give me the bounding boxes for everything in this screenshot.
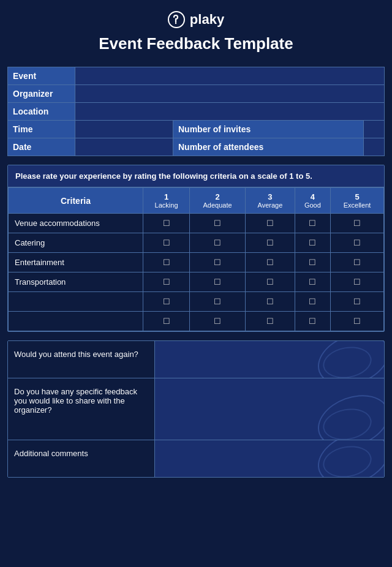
feedback-row-2: Do you have any specific feedback you wo… bbox=[8, 378, 384, 440]
rating-row: Venue accommodations☐☐☐☐☐ bbox=[9, 214, 384, 233]
attendees-value[interactable] bbox=[364, 138, 385, 156]
rating-row: ☐☐☐☐☐ bbox=[9, 292, 384, 312]
organizer-value[interactable] bbox=[75, 85, 385, 103]
checkbox-row3-col0[interactable]: ☐ bbox=[143, 272, 190, 292]
col-4-header: 4 Good bbox=[295, 188, 330, 214]
rating-row: ☐☐☐☐☐ bbox=[9, 312, 384, 331]
checkbox-row4-col0[interactable]: ☐ bbox=[143, 292, 190, 312]
checkbox-row3-col1[interactable]: ☐ bbox=[190, 272, 246, 292]
checkbox-row5-col4[interactable]: ☐ bbox=[330, 312, 383, 331]
rating-section: Please rate your experience by rating th… bbox=[7, 165, 385, 332]
rating-row-label-0: Venue accommodations bbox=[9, 214, 143, 233]
col-4-sub: Good bbox=[298, 201, 328, 209]
checkbox-row5-col2[interactable]: ☐ bbox=[246, 312, 295, 331]
rating-row: Entertainment☐☐☐☐☐ bbox=[9, 253, 384, 272]
col-3-header: 3 Average bbox=[246, 188, 295, 214]
checkbox-row0-col2[interactable]: ☐ bbox=[246, 214, 295, 233]
col-5-num: 5 bbox=[355, 192, 359, 201]
logo-text: plaky bbox=[190, 12, 224, 28]
svg-point-1 bbox=[175, 23, 176, 24]
feedback-question-3: Additional comments bbox=[8, 440, 155, 477]
rating-row-label-1: Catering bbox=[9, 233, 143, 253]
rating-row-label-5 bbox=[9, 312, 143, 331]
feedback-section: Would you attend this event again? Do yo… bbox=[7, 340, 385, 478]
checkbox-row1-col4[interactable]: ☐ bbox=[330, 233, 383, 253]
checkbox-row2-col1[interactable]: ☐ bbox=[190, 253, 246, 272]
organizer-label: Organizer bbox=[8, 85, 75, 103]
event-value[interactable] bbox=[75, 67, 385, 85]
checkbox-row2-col0[interactable]: ☐ bbox=[143, 253, 190, 272]
feedback-row-3: Additional comments bbox=[8, 440, 384, 477]
checkbox-row2-col4[interactable]: ☐ bbox=[330, 253, 383, 272]
checkbox-row1-col2[interactable]: ☐ bbox=[246, 233, 295, 253]
col-2-header: 2 Adequate bbox=[190, 188, 246, 214]
checkbox-row5-col1[interactable]: ☐ bbox=[190, 312, 246, 331]
logo-area: plaky bbox=[0, 11, 392, 28]
col-5-header: 5 Excellent bbox=[330, 188, 383, 214]
rating-table: Criteria 1 Lacking 2 Adequate 3 Average … bbox=[8, 187, 384, 331]
col-2-sub: Adequate bbox=[192, 201, 243, 209]
col-1-header: 1 Lacking bbox=[143, 188, 190, 214]
feedback-answer-3[interactable] bbox=[155, 440, 384, 477]
rating-instruction: Please rate your experience by rating th… bbox=[8, 165, 384, 187]
checkbox-row0-col4[interactable]: ☐ bbox=[330, 214, 383, 233]
date-label: Date bbox=[8, 138, 75, 156]
checkbox-row2-col3[interactable]: ☐ bbox=[295, 253, 330, 272]
event-label: Event bbox=[8, 67, 75, 85]
checkbox-row1-col3[interactable]: ☐ bbox=[295, 233, 330, 253]
col-4-num: 4 bbox=[311, 192, 315, 201]
checkbox-row1-col1[interactable]: ☐ bbox=[190, 233, 246, 253]
location-label: Location bbox=[8, 103, 75, 121]
event-row: Event bbox=[8, 67, 385, 85]
checkbox-row0-col3[interactable]: ☐ bbox=[295, 214, 330, 233]
checkbox-row0-col0[interactable]: ☐ bbox=[143, 214, 190, 233]
checkbox-row2-col2[interactable]: ☐ bbox=[246, 253, 295, 272]
checkbox-row4-col3[interactable]: ☐ bbox=[295, 292, 330, 312]
rating-row-label-2: Entertainment bbox=[9, 253, 143, 272]
checkbox-row0-col1[interactable]: ☐ bbox=[190, 214, 246, 233]
feedback-answer-2[interactable] bbox=[155, 378, 384, 440]
feedback-answer-1[interactable] bbox=[155, 341, 384, 378]
rating-header-row: Criteria 1 Lacking 2 Adequate 3 Average … bbox=[9, 188, 384, 214]
col-1-sub: Lacking bbox=[146, 201, 187, 209]
feedback-question-2: Do you have any specific feedback you wo… bbox=[8, 378, 155, 440]
location-row: Location bbox=[8, 103, 385, 121]
rating-row: Transportation☐☐☐☐☐ bbox=[9, 272, 384, 292]
date-row: Date Number of attendees bbox=[8, 138, 385, 156]
checkbox-row3-col3[interactable]: ☐ bbox=[295, 272, 330, 292]
col-3-sub: Average bbox=[248, 201, 292, 209]
checkbox-row4-col1[interactable]: ☐ bbox=[190, 292, 246, 312]
location-value[interactable] bbox=[75, 103, 385, 121]
time-row: Time Number of invites bbox=[8, 121, 385, 138]
feedback-row-1: Would you attend this event again? bbox=[8, 341, 384, 378]
criteria-header: Criteria bbox=[9, 188, 143, 214]
col-5-sub: Excellent bbox=[333, 201, 381, 209]
page-title: Event Feedback Template bbox=[0, 34, 392, 53]
rating-row-label-4 bbox=[9, 292, 143, 312]
plaky-logo-icon bbox=[168, 11, 185, 28]
page-header: plaky Event Feedback Template bbox=[0, 0, 392, 67]
time-label: Time bbox=[8, 121, 75, 138]
checkbox-row5-col3[interactable]: ☐ bbox=[295, 312, 330, 331]
feedback-question-1: Would you attend this event again? bbox=[8, 341, 155, 378]
time-value[interactable] bbox=[75, 121, 173, 138]
date-value[interactable] bbox=[75, 138, 173, 156]
checkbox-row4-col4[interactable]: ☐ bbox=[330, 292, 383, 312]
rating-row-label-3: Transportation bbox=[9, 272, 143, 292]
checkbox-row4-col2[interactable]: ☐ bbox=[246, 292, 295, 312]
invites-label: Number of invites bbox=[173, 121, 364, 138]
checkbox-row3-col2[interactable]: ☐ bbox=[246, 272, 295, 292]
info-table: Event Organizer Location Time Number of … bbox=[7, 67, 385, 156]
col-2-num: 2 bbox=[215, 192, 219, 201]
rating-row: Catering☐☐☐☐☐ bbox=[9, 233, 384, 253]
checkbox-row1-col0[interactable]: ☐ bbox=[143, 233, 190, 253]
checkbox-row3-col4[interactable]: ☐ bbox=[330, 272, 383, 292]
invites-value[interactable] bbox=[364, 121, 385, 138]
checkbox-row5-col0[interactable]: ☐ bbox=[143, 312, 190, 331]
organizer-row: Organizer bbox=[8, 85, 385, 103]
attendees-label: Number of attendees bbox=[173, 138, 364, 156]
col-1-num: 1 bbox=[164, 192, 168, 201]
col-3-num: 3 bbox=[268, 192, 272, 201]
